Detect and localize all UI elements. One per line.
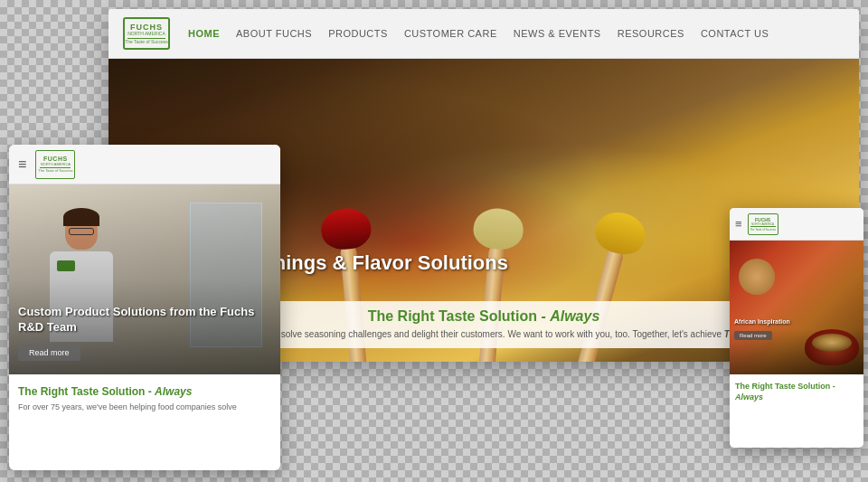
tablet-tagline-text: The Right Taste Solution - bbox=[18, 385, 155, 398]
nav-products[interactable]: PRODUCTS bbox=[328, 28, 388, 39]
mobile-tagline-italic: Always bbox=[735, 392, 763, 402]
tablet-device: ≡ FUCHS NORTH AMERICA The Taste of Succe… bbox=[9, 145, 280, 470]
mobile-tagline: The Right Taste Solution - Always bbox=[735, 382, 858, 402]
mobile-hero-label: African Inspiration bbox=[734, 318, 790, 325]
desktop-logo: FUCHS NORTH AMERICA The Taste of Success bbox=[119, 14, 174, 52]
mobile-hamburger-icon[interactable]: ≡ bbox=[735, 217, 742, 231]
tagline-text: The Right Taste Solution - bbox=[368, 308, 550, 324]
tablet-navbar: ≡ FUCHS NORTH AMERICA The Taste of Succe… bbox=[9, 145, 280, 184]
nav-home[interactable]: HOME bbox=[188, 28, 220, 39]
tagline-italic: Always bbox=[550, 308, 599, 324]
tablet-logo-subtitle: NORTH AMERICA bbox=[41, 162, 71, 166]
tablet-hero: Custom Product Solutions from the Fuchs … bbox=[9, 184, 280, 374]
mobile-tagline-line1: The Right Taste Solution - bbox=[735, 382, 835, 391]
tablet-desc: For over 75 years, we've been helping fo… bbox=[18, 402, 271, 413]
tablet-logo: FUCHS NORTH AMERICA The Taste of Success bbox=[35, 150, 75, 179]
spoon-head-2 bbox=[319, 206, 373, 251]
tablet-hamburger-icon[interactable]: ≡ bbox=[18, 156, 26, 173]
tablet-below-hero: The Right Taste Solution - Always For ov… bbox=[9, 374, 280, 424]
tablet-tagline-italic: Always bbox=[155, 385, 192, 398]
mobile-read-more-button[interactable]: Read more bbox=[734, 331, 772, 340]
tablet-hero-text: Custom Product Solutions from the Fuchs … bbox=[18, 305, 271, 361]
nav-about[interactable]: ABOUT FUCHS bbox=[236, 28, 312, 39]
tablet-read-more-button[interactable]: Read more bbox=[18, 345, 80, 361]
desktop-navbar: FUCHS NORTH AMERICA The Taste of Success… bbox=[108, 9, 859, 59]
nav-customer-care[interactable]: CUSTOMER CARE bbox=[404, 28, 497, 39]
mobile-logo-subtitle: NORTH AMERICA bbox=[751, 222, 774, 226]
nav-news-events[interactable]: NEWS & EVENTS bbox=[514, 28, 601, 39]
mobile-device: ≡ FUCHS NORTH AMERICA The Taste of Succe… bbox=[730, 208, 863, 448]
spice-scatter bbox=[739, 259, 775, 295]
tablet-headline: Custom Product Solutions from the Fuchs … bbox=[18, 305, 271, 336]
logo-tagline: The Taste of Success bbox=[125, 40, 168, 45]
mobile-logo-tagline: The Taste of Success bbox=[750, 228, 776, 232]
tablet-logo-fuchs: FUCHS bbox=[43, 156, 68, 162]
desktop-nav-links: HOME ABOUT FUCHS PRODUCTS CUSTOMER CARE … bbox=[188, 28, 769, 39]
tablet-tagline: The Right Taste Solution - Always bbox=[18, 385, 271, 398]
mobile-logo: FUCHS NORTH AMERICA The Taste of Success bbox=[748, 213, 778, 235]
tablet-logo-tagline: The Taste of Success bbox=[38, 168, 72, 173]
mobile-navbar: ≡ FUCHS NORTH AMERICA The Taste of Succe… bbox=[730, 208, 863, 241]
nav-contact-us[interactable]: CONTACT US bbox=[701, 28, 769, 39]
spoon-head-3 bbox=[472, 206, 525, 251]
mobile-below-hero: The Right Taste Solution - Always bbox=[730, 374, 863, 412]
mobile-hero: African Inspiration Read more bbox=[730, 241, 863, 374]
nav-resources[interactable]: RESOURCES bbox=[618, 28, 684, 39]
logo-subtitle: NORTH AMERICA bbox=[127, 32, 165, 37]
